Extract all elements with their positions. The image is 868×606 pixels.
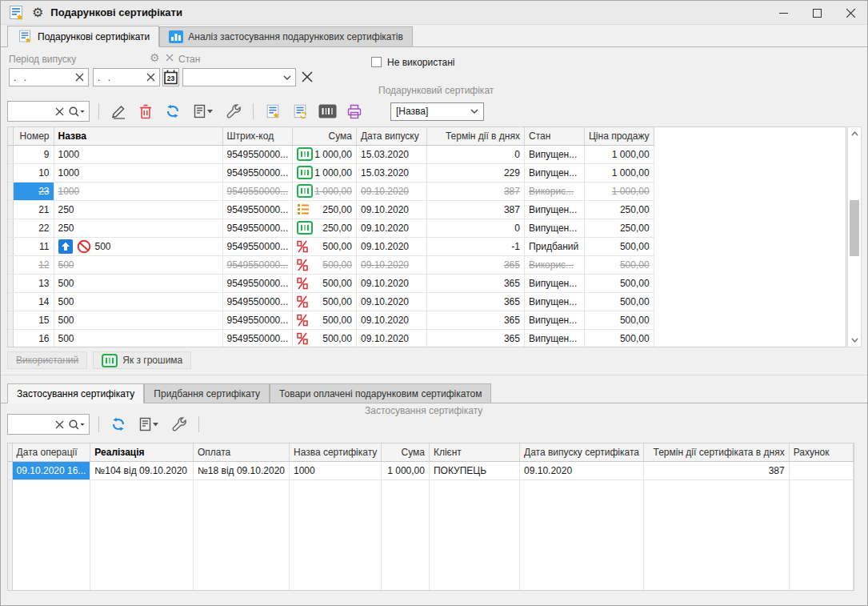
clear-state-button[interactable] <box>302 71 313 82</box>
state-label: Стан <box>178 54 200 65</box>
usage-grid: Дата операціїРеалізаціяОплатаНазва серти… <box>7 443 854 591</box>
column-header[interactable]: Назва сертифікату <box>289 443 381 461</box>
scroll-up-icon[interactable] <box>848 127 861 140</box>
clipboard-icon <box>194 104 206 118</box>
clear-date-from-icon[interactable] <box>75 73 84 82</box>
certificate-row[interactable]: 910009549550000...1 000,0015.03.20200Вип… <box>8 145 654 163</box>
clear-date-to-icon[interactable] <box>146 73 155 82</box>
column-header[interactable]: Стан <box>524 127 584 145</box>
calendar-button[interactable]: 23 <box>162 68 179 86</box>
barcode-green-icon <box>102 354 118 367</box>
state-combobox[interactable] <box>182 68 296 86</box>
new-certificate-button[interactable] <box>262 101 283 122</box>
search-clear-icon[interactable] <box>55 420 64 429</box>
filter-clear-icon[interactable] <box>166 54 174 62</box>
certificate-row[interactable]: 165009549550000...500,0009.10.2020365Вип… <box>8 329 654 347</box>
refresh-button[interactable] <box>108 414 129 435</box>
column-header[interactable]: Сума <box>293 127 357 145</box>
chevron-down-icon <box>283 75 291 80</box>
wrench-icon <box>226 103 242 119</box>
column-header[interactable]: Термін дії в днях <box>426 127 524 145</box>
unused-checkbox[interactable] <box>371 57 382 67</box>
separator <box>253 103 254 119</box>
report-button[interactable] <box>135 414 162 435</box>
name-filter-combobox[interactable]: [Назва] <box>390 102 484 121</box>
settings-button[interactable] <box>169 414 190 435</box>
main-tabbar: Подарункові сертифікати Аналіз застосува… <box>1 26 867 47</box>
cert-caption: Подарунковий сертифікат <box>378 85 494 96</box>
column-header[interactable]: Термін дії сертифіката в днях <box>643 443 789 461</box>
certificate-row[interactable]: 212509549550000...250,0009.10.2020387Вип… <box>8 200 654 219</box>
search-icon[interactable] <box>68 106 85 118</box>
cert-toolbar: [Назва] <box>7 100 484 122</box>
column-header[interactable]: Дата випуску сертифіката <box>520 443 644 461</box>
column-header[interactable]: Клієнт <box>429 443 519 461</box>
column-header[interactable]: Оплата <box>193 443 289 461</box>
tab-goods-paid[interactable]: Товари оплачені подарунковим сертифікато… <box>270 383 491 403</box>
percent-icon <box>297 314 308 327</box>
unused-label[interactable]: Не використані <box>387 57 455 68</box>
reissue-certificate-button[interactable] <box>290 101 310 122</box>
header-row: Дата операціїРеалізаціяОплатаНазва серти… <box>8 443 854 461</box>
column-header[interactable]: Рахунок <box>789 443 853 461</box>
barcode-green-icon <box>297 184 313 198</box>
usage-tabbar: Застосування сертифікату Придбання серти… <box>1 383 867 403</box>
list-icon <box>297 203 310 215</box>
caret-down-icon <box>153 423 158 427</box>
window-title: Подарункові сертифікати <box>50 6 182 18</box>
usage-search-input[interactable] <box>7 414 90 435</box>
delete-button[interactable] <box>135 101 156 122</box>
cert-grid: НомерНазваШтрих-кодСумаДата випускуТермі… <box>7 126 846 347</box>
tab-analysis[interactable]: Аналіз застосування подарункових сертифі… <box>159 26 413 46</box>
column-header[interactable]: Сума <box>382 443 430 461</box>
certificate-row[interactable]: 145009549550000...500,0009.10.2020365Вип… <box>8 292 654 311</box>
tab-certificate-usage[interactable]: Застосування сертифікату <box>7 383 144 403</box>
date-from-input[interactable]: . . <box>9 68 89 86</box>
barcode-button[interactable] <box>317 101 338 122</box>
certificate-row[interactable]: 125009549550000...500,0009.10.2020365Вик… <box>8 255 654 274</box>
search-clear-icon[interactable] <box>55 107 64 116</box>
certificate-row[interactable]: 1010009549550000...1 000,0015.03.2020229… <box>8 163 654 182</box>
scroll-down-icon[interactable] <box>848 334 861 347</box>
scroll-thumb[interactable] <box>850 200 859 256</box>
barcode-green-icon <box>297 147 313 161</box>
empty-area <box>8 480 854 591</box>
header-row: НомерНазваШтрих-кодСумаДата випускуТермі… <box>8 127 654 145</box>
refresh-button[interactable] <box>162 101 183 122</box>
tab-certificate-purchase[interactable]: Придбання сертифікату <box>144 383 270 403</box>
scrollbar[interactable] <box>847 126 862 347</box>
bottom-padding <box>1 591 867 605</box>
maximize-button[interactable] <box>800 1 834 25</box>
column-header[interactable]: Назва <box>54 127 222 145</box>
minimize-button[interactable] <box>766 1 800 25</box>
usage-row[interactable]: 09.10.2020 16...№104 від 09.10.2020№18 в… <box>8 461 854 480</box>
report-button[interactable] <box>190 101 217 122</box>
trash-icon <box>139 104 152 119</box>
cert-search-input[interactable] <box>7 101 90 122</box>
close-button[interactable] <box>834 1 867 25</box>
certificate-row[interactable]: 222509549550000...250,0009.10.20200Випущ… <box>8 219 654 237</box>
barcode-icon <box>318 104 337 118</box>
column-header[interactable]: Штрих-код <box>222 127 293 145</box>
app-window: ⚙ Подарункові сертифікати Подарункові се… <box>0 0 868 606</box>
certificate-row[interactable]: 155009549550000...500,0009.10.2020365Вип… <box>8 311 654 329</box>
date-to-input[interactable]: . . <box>93 68 160 86</box>
gear-icon: ⚙ <box>32 6 43 19</box>
column-header[interactable]: Дата випуску <box>356 127 426 145</box>
edit-button[interactable] <box>108 101 129 122</box>
certificate-row[interactable]: 115009549550000...500,0009.10.2020-1Прид… <box>8 237 654 255</box>
doc-star-icon <box>17 29 33 44</box>
column-header[interactable]: Дата операції <box>12 443 90 461</box>
column-header[interactable]: Ціна продажу <box>584 127 654 145</box>
filter-gear-icon[interactable]: ⚙ <box>150 51 160 64</box>
settings-button[interactable] <box>223 101 244 122</box>
certificate-row[interactable]: 135009549550000...500,0009.10.2020365Вип… <box>8 274 654 292</box>
column-header[interactable]: Номер <box>13 127 54 145</box>
print-button[interactable] <box>344 101 365 122</box>
refresh-icon <box>166 104 180 118</box>
tab-gift-certificates[interactable]: Подарункові сертифікати <box>7 26 159 47</box>
column-header[interactable]: Реалізація <box>90 443 194 461</box>
search-icon[interactable] <box>68 419 85 431</box>
titlebar: ⚙ Подарункові сертифікати <box>1 1 867 25</box>
certificate-row[interactable]: 2310009549550000...1 000,0009.10.2020387… <box>8 182 654 200</box>
